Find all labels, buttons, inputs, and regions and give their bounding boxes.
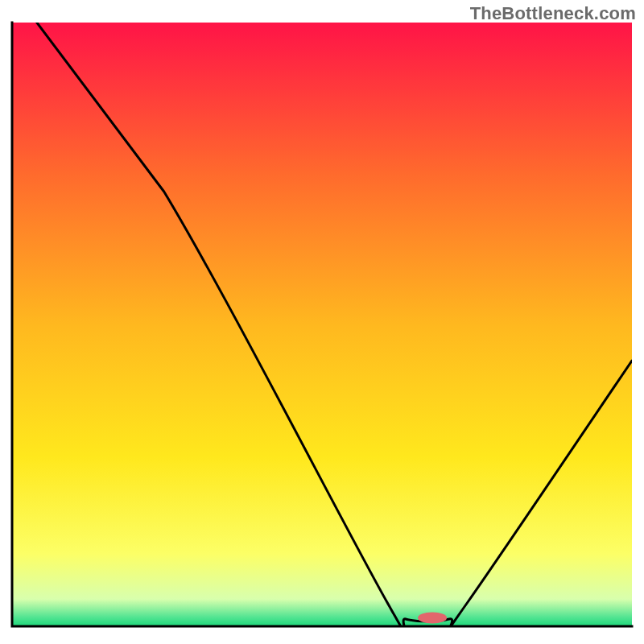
chart-svg [0,0,644,644]
optimal-marker [418,613,447,624]
chart-stage: TheBottleneck.com [0,0,644,644]
watermark-label: TheBottleneck.com [470,3,636,24]
